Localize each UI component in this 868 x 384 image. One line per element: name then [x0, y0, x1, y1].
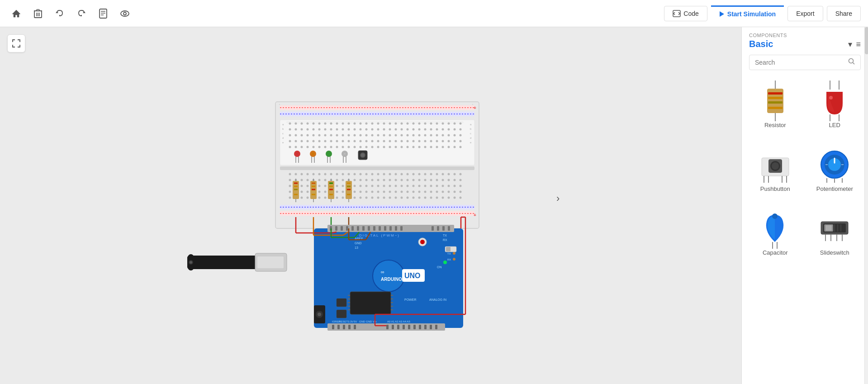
svg-point-94 [412, 128, 414, 130]
fit-screen-button[interactable] [7, 34, 25, 52]
svg-point-89 [383, 128, 385, 130]
svg-point-276 [418, 185, 420, 187]
svg-point-210 [383, 173, 385, 175]
export-label: Export [796, 10, 814, 17]
svg-point-241 [389, 179, 391, 181]
svg-point-300 [383, 190, 385, 193]
components-row-3: Capacitor [749, 207, 861, 260]
svg-point-342 [453, 196, 455, 199]
slideswitch-label: Slideswitch [820, 249, 849, 256]
svg-point-198 [312, 173, 314, 175]
component-slideswitch[interactable]: Slideswitch [809, 207, 861, 260]
component-led[interactable]: LED [809, 79, 861, 132]
svg-point-92 [400, 128, 403, 130]
svg-point-153 [406, 140, 408, 142]
svg-point-262 [336, 185, 338, 187]
notes-button[interactable] [94, 5, 112, 23]
svg-point-82 [342, 128, 344, 130]
share-button[interactable]: Share [827, 6, 861, 21]
component-resistor[interactable]: Resistor [749, 79, 802, 132]
svg-point-199 [318, 173, 320, 175]
svg-point-252 [453, 179, 455, 181]
list-view-button[interactable]: ≡ [856, 40, 861, 49]
svg-text:ANALOG IN: ANALOG IN [429, 298, 446, 301]
svg-point-239 [377, 179, 379, 181]
svg-point-247 [424, 179, 426, 181]
component-pushbutton[interactable]: Pushbutton [749, 143, 802, 196]
svg-point-188 [436, 146, 438, 148]
potentiometer-icon [816, 147, 853, 183]
svg-rect-414 [384, 226, 386, 231]
svg-point-179 [383, 146, 385, 148]
svg-point-272 [394, 185, 397, 187]
svg-point-309 [436, 190, 438, 193]
components-grid: Resistor [742, 76, 868, 384]
svg-point-317 [306, 196, 308, 199]
svg-point-246 [418, 179, 420, 181]
svg-point-116 [365, 134, 367, 136]
svg-point-220 [441, 173, 444, 175]
component-potentiometer[interactable]: Potentiometer [809, 143, 861, 196]
svg-marker-16 [720, 11, 724, 17]
svg-point-65 [418, 122, 420, 124]
svg-rect-411 [368, 226, 370, 231]
delete-button[interactable] [29, 5, 47, 23]
svg-point-229 [318, 179, 320, 181]
home-button[interactable] [7, 5, 25, 23]
svg-point-257 [306, 185, 308, 187]
svg-point-331 [389, 196, 391, 199]
svg-rect-537 [825, 225, 832, 231]
svg-marker-8 [83, 11, 85, 13]
svg-point-190 [447, 146, 450, 148]
svg-text:RESET: RESET [339, 320, 348, 323]
undo-button[interactable] [51, 5, 69, 23]
svg-point-111 [336, 134, 338, 136]
redo-button[interactable] [72, 5, 90, 23]
svg-point-95 [418, 128, 420, 130]
svg-point-63 [406, 122, 408, 124]
resistor-label: Resistor [764, 122, 786, 128]
svg-point-194 [289, 173, 291, 175]
svg-point-70 [447, 122, 450, 124]
svg-point-237 [365, 179, 367, 181]
svg-text:d: d [282, 137, 284, 139]
svg-point-171 [336, 146, 338, 148]
circuit-container: a b c d e a b c d e [187, 79, 495, 332]
svg-point-368 [361, 153, 365, 157]
canvas-area[interactable]: a b c d e a b c d e [0, 27, 741, 384]
svg-point-203 [342, 173, 344, 175]
svg-point-206 [359, 173, 361, 175]
svg-point-146 [365, 140, 367, 142]
svg-point-226 [300, 179, 303, 181]
simulate-button[interactable]: Start Simulation [711, 5, 784, 21]
svg-point-165 [300, 146, 303, 148]
panel-scroll-arrow[interactable]: › [556, 193, 560, 204]
svg-point-281 [447, 185, 450, 187]
svg-point-93 [406, 128, 408, 130]
svg-point-162 [459, 140, 461, 142]
components-row-2: Pushbutton [749, 143, 861, 196]
code-button[interactable]: Code [664, 6, 707, 21]
toolbar: Code Start Simulation Export Share [0, 0, 868, 27]
svg-rect-408 [351, 226, 354, 231]
svg-point-133 [289, 140, 291, 142]
svg-point-201 [330, 173, 332, 175]
svg-point-73 [289, 128, 291, 130]
export-button[interactable]: Export [787, 6, 823, 21]
svg-point-310 [441, 190, 444, 193]
svg-rect-455 [343, 325, 345, 329]
category-dropdown-button[interactable]: ▾ [848, 39, 852, 49]
svg-point-208 [371, 173, 373, 175]
component-capacitor[interactable]: Capacitor [749, 207, 802, 260]
svg-point-104 [294, 134, 297, 136]
svg-point-180 [389, 146, 391, 148]
svg-point-480 [318, 313, 321, 316]
svg-text:+: + [474, 105, 476, 110]
view-button[interactable] [116, 5, 134, 23]
svg-point-88 [377, 128, 379, 130]
svg-point-298 [371, 190, 373, 193]
svg-text:GND GND Vin: GND GND Vin [359, 320, 377, 323]
svg-rect-458 [386, 325, 389, 329]
search-input[interactable] [749, 55, 861, 70]
svg-point-474 [453, 252, 455, 255]
